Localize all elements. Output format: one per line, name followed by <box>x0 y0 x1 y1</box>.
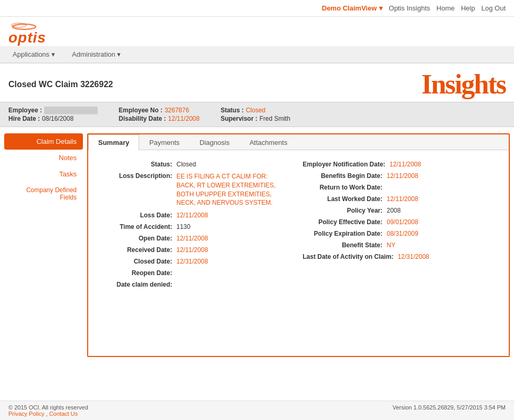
hire-date-value: 08/16/2008 <box>42 115 74 122</box>
summary-left-col: Status: Closed Loss Description: EE IS F… <box>99 159 299 295</box>
summary-employer-notif-label: Employer Notification Date: <box>303 161 390 168</box>
summary-received-date-value: 12/11/2008 <box>176 246 208 254</box>
app-navigation: Applications ▾ Administration ▾ <box>0 46 514 64</box>
summary-benefits-begin-row: Benefits Begin Date: 12/11/2008 <box>303 172 495 180</box>
supervisor-value: Fred Smith <box>259 115 290 122</box>
hire-date-label: Hire Date : <box>8 115 40 122</box>
sidebar-item-tasks[interactable]: Tasks <box>4 166 83 182</box>
administration-menu[interactable]: Administration ▾ <box>64 46 129 62</box>
tab-bar: Summary Payments Diagnosis Attachments <box>88 134 509 150</box>
demo-claimview-label: Demo ClaimView <box>322 4 377 12</box>
optis-logo-text: optis <box>8 30 46 45</box>
demo-claimview-dropdown-icon: ▾ <box>379 4 383 12</box>
summary-benefits-begin-label: Benefits Begin Date: <box>303 172 387 180</box>
summary-policy-year-row: Policy Year: 2008 <box>303 207 495 214</box>
help-link[interactable]: Help <box>461 4 475 12</box>
tab-content-summary: Status: Closed Loss Description: EE IS F… <box>88 150 509 303</box>
summary-closed-date-label: Closed Date: <box>103 258 176 265</box>
summary-claim-denied-label: Date claim denied: <box>103 281 176 288</box>
applications-label: Applications <box>13 50 49 58</box>
summary-last-worked-row: Last Worked Date: 12/11/2008 <box>303 195 495 203</box>
summary-employer-notif-value: 12/11/2008 <box>390 161 421 168</box>
sidebar-item-claim-details[interactable]: Claim Details <box>4 133 83 150</box>
demo-claimview-link[interactable]: Demo ClaimView ▾ <box>322 4 383 12</box>
employee-value: ████████████ <box>44 107 98 114</box>
tab-payments[interactable]: Payments <box>139 134 190 150</box>
summary-open-date-value: 12/11/2008 <box>176 235 208 242</box>
content-panel: Summary Payments Diagnosis Attachments S… <box>87 133 510 357</box>
tab-diagnosis[interactable]: Diagnosis <box>190 134 239 150</box>
summary-open-date-label: Open Date: <box>103 235 176 242</box>
applications-menu[interactable]: Applications ▾ <box>4 46 64 62</box>
summary-last-worked-value: 12/11/2008 <box>387 195 418 203</box>
page-title: Closed WC Claim 3226922 <box>8 80 113 89</box>
summary-employer-notif-row: Employer Notification Date: 12/11/2008 <box>303 161 495 168</box>
summary-last-activity-label: Last Date of Activity on Claim: <box>303 253 398 260</box>
summary-received-date-label: Received Date: <box>103 246 176 254</box>
status-group: Status : Closed Supervisor : Fred Smith <box>221 107 290 122</box>
summary-last-activity-row: Last Date of Activity on Claim: 12/31/20… <box>303 253 495 260</box>
summary-loss-desc-row: Loss Description: EE IS FILING A CT CALI… <box>103 172 295 207</box>
employee-label: Employee : <box>8 107 42 114</box>
summary-benefits-begin-value: 12/11/2008 <box>387 172 418 180</box>
summary-status-label: Status: <box>103 161 176 168</box>
employee-group: Employee : ████████████ Hire Date : 08/1… <box>8 107 98 122</box>
summary-status-value: Closed <box>176 161 196 168</box>
page-header: Closed WC Claim 3226922 Insights <box>0 64 514 102</box>
summary-benefit-state-value: NY <box>387 242 396 249</box>
info-bar: Employee : ████████████ Hire Date : 08/1… <box>0 102 514 127</box>
summary-policy-effective-row: Policy Effective Date: 09/01/2008 <box>303 218 495 226</box>
summary-right-col: Employer Notification Date: 12/11/2008 B… <box>299 159 499 295</box>
summary-policy-effective-value: 09/01/2008 <box>387 218 418 226</box>
summary-loss-date-value: 12/11/2008 <box>176 212 208 219</box>
summary-closed-date-value: 12/31/2008 <box>176 258 208 265</box>
summary-last-activity-value: 12/31/2008 <box>397 253 429 260</box>
summary-policy-expiration-row: Policy Expiration Date: 08/31/2009 <box>303 230 495 237</box>
logo-area: optis <box>0 19 55 46</box>
summary-closed-date-row: Closed Date: 12/31/2008 <box>103 258 295 265</box>
summary-loss-date-row: Loss Date: 12/11/2008 <box>103 212 295 219</box>
status-label: Status : <box>221 107 244 114</box>
optis-insights-link[interactable]: Optis Insights <box>389 4 431 12</box>
summary-loss-date-label: Loss Date: <box>103 212 176 219</box>
summary-grid: Status: Closed Loss Description: EE IS F… <box>99 159 498 295</box>
administration-label: Administration <box>72 50 115 58</box>
summary-loss-desc-value: EE IS FILING A CT CALIM FOR: BACK, RT LO… <box>176 172 281 207</box>
summary-policy-year-label: Policy Year: <box>303 207 387 214</box>
summary-status-row: Status: Closed <box>103 161 295 168</box>
summary-last-worked-label: Last Worked Date: <box>303 195 387 203</box>
status-value: Closed <box>246 107 265 114</box>
summary-open-date-row: Open Date: 12/11/2008 <box>103 235 295 242</box>
summary-time-accident-value: 1130 <box>176 223 191 230</box>
sidebar-item-company-defined-fields[interactable]: Company Defined Fields <box>4 182 83 205</box>
summary-received-date-row: Received Date: 12/11/2008 <box>103 246 295 254</box>
administration-dropdown-icon: ▾ <box>117 50 121 58</box>
tab-summary[interactable]: Summary <box>88 134 139 150</box>
summary-claim-denied-row: Date claim denied: <box>103 281 295 288</box>
sidebar-item-notes[interactable]: Notes <box>4 150 83 166</box>
employee-no-label: Employee No : <box>119 107 162 114</box>
summary-return-work-row: Return to Work Date: <box>303 184 495 191</box>
sidebar: Claim Details Notes Tasks Company Define… <box>4 133 83 357</box>
summary-reopen-date-label: Reopen Date: <box>103 269 176 277</box>
main-content: Claim Details Notes Tasks Company Define… <box>0 127 514 363</box>
insights-i-letter: I <box>422 69 431 99</box>
summary-time-accident-row: Time of Accident: 1130 <box>103 223 295 230</box>
summary-loss-desc-label: Loss Description: <box>103 172 176 207</box>
disability-date-label: Disability Date : <box>119 115 166 122</box>
summary-benefit-state-label: Benefit State: <box>303 242 387 249</box>
tab-attachments[interactable]: Attachments <box>239 134 297 150</box>
disability-date-value: 12/11/2008 <box>168 115 200 122</box>
insights-logo: Insights <box>422 69 506 100</box>
insights-remaining-text: nsights <box>431 69 506 99</box>
summary-reopen-date-row: Reopen Date: <box>103 269 295 277</box>
summary-policy-expiration-label: Policy Expiration Date: <box>303 230 387 237</box>
home-link[interactable]: Home <box>436 4 455 12</box>
summary-time-accident-label: Time of Accident: <box>103 223 176 230</box>
summary-benefit-state-row: Benefit State: NY <box>303 242 495 249</box>
summary-policy-effective-label: Policy Effective Date: <box>303 218 387 226</box>
summary-policy-expiration-value: 08/31/2009 <box>387 230 418 237</box>
logout-link[interactable]: Log Out <box>481 4 506 12</box>
applications-dropdown-icon: ▾ <box>51 50 55 58</box>
employee-no-value: 3267876 <box>164 107 189 114</box>
